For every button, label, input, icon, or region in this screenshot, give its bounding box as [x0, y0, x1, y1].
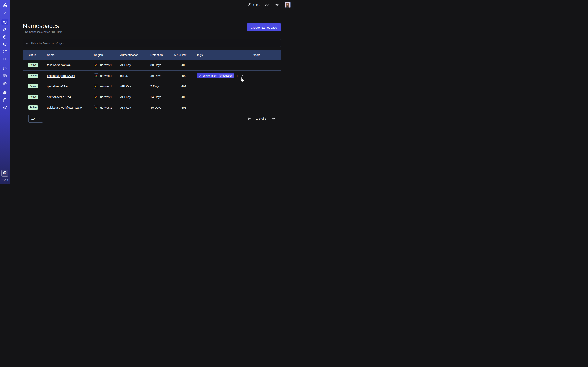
region-label: us-west1 — [100, 106, 112, 109]
aps-limit-value: 400 — [174, 63, 197, 67]
col-header-tags: Tags — [197, 53, 251, 57]
filter-input[interactable] — [23, 39, 281, 47]
next-page-button[interactable] — [271, 117, 276, 121]
retention-value: 30 Days — [150, 74, 174, 77]
kebab-menu-icon — [270, 106, 274, 109]
avatar-image — [285, 2, 290, 8]
auth-value: API Key — [120, 85, 150, 88]
gear-icon — [3, 81, 7, 85]
sidebar-item-schedules[interactable] — [0, 33, 9, 41]
arrow-left-icon — [247, 117, 251, 121]
auth-value: API Key — [120, 95, 150, 99]
aps-limit-value: 400 — [174, 85, 197, 88]
gcp-logo-icon — [94, 95, 98, 100]
sidebar-item-support[interactable] — [0, 89, 9, 96]
namespace-link[interactable]: quickstart-workflows.a27a4 — [47, 106, 83, 109]
col-header-export: Export — [251, 53, 268, 57]
table-row: Active checkout-prod.a27a4 us-west1 — [23, 70, 281, 81]
search-icon — [25, 41, 29, 45]
main: Namespaces 5 Namespaces created (100 lim… — [9, 10, 294, 124]
col-header-name: Name — [47, 53, 94, 57]
region-label: us-west1 — [100, 74, 112, 77]
namespace-link[interactable]: checkout-prod.a27a4 — [47, 74, 75, 77]
table-row: Active quickstart-workflows.a27a4 us-wes… — [23, 102, 281, 113]
tags-expand-button[interactable] — [242, 74, 245, 77]
sidebar-item-workflows[interactable] — [0, 26, 9, 33]
create-namespace-button[interactable]: Create Namespace — [247, 24, 281, 31]
export-value: — — [251, 85, 268, 88]
gcp-logo-icon — [94, 105, 98, 110]
credits-button[interactable]: $ — [1, 170, 8, 176]
auth-value: API Key — [120, 106, 150, 109]
kebab-menu-icon — [270, 85, 274, 88]
docs-book-icon — [3, 98, 7, 102]
sidebar-item-settings[interactable] — [0, 80, 9, 87]
aps-limit-value: 400 — [174, 106, 197, 109]
tag-pill[interactable]: environment production — [197, 73, 234, 78]
retention-value: 14 Days — [150, 95, 174, 99]
sidebar-item-namespaces[interactable] — [0, 18, 9, 26]
page-size-select[interactable]: 10 — [28, 115, 43, 123]
tag-key: environment — [203, 74, 217, 77]
sidebar-divider — [0, 88, 9, 88]
retention-value: 7 Days — [150, 85, 174, 88]
auth-value: mTLS — [120, 74, 150, 77]
page-subtitle: 5 Namespaces created (100 limit) — [23, 30, 62, 33]
status-badge: Active — [28, 84, 38, 89]
timezone-selector[interactable]: UTC — [248, 3, 260, 7]
sidebar-item-billing[interactable] — [0, 72, 9, 80]
region-label: us-west1 — [100, 95, 112, 99]
col-header-authentication: Authentication — [120, 53, 150, 57]
app-root: $ 2.35.1 UTC — [0, 0, 294, 184]
table-footer: 10 1-5 of 5 — [23, 113, 281, 124]
row-menu-button[interactable] — [268, 85, 277, 88]
sidebar-item-deployments[interactable] — [0, 48, 9, 55]
aps-limit-value: 400 — [174, 95, 197, 99]
retention-value: 30 Days — [150, 106, 174, 109]
gauge-icon — [3, 67, 7, 71]
namespaces-table: Status Name Region Authentication Retent… — [23, 50, 281, 124]
row-menu-button[interactable] — [268, 74, 277, 77]
credits-badge-icon: $ — [3, 171, 7, 175]
arrow-right-icon — [271, 117, 276, 121]
page-title: Namespaces — [23, 22, 62, 29]
sidebar-item-getting-started[interactable] — [0, 104, 9, 111]
sidebar-item-nexus[interactable] — [0, 41, 9, 48]
rocket-icon — [3, 105, 7, 110]
row-menu-button[interactable] — [268, 106, 277, 109]
namespace-link[interactable]: test-worker.a27a4 — [47, 63, 70, 67]
billing-card-icon — [3, 74, 7, 78]
sidebar-item-batch-operations[interactable] — [0, 55, 9, 63]
layers-icon — [3, 42, 7, 47]
status-badge: Active — [28, 95, 38, 99]
labs-toggle[interactable] — [265, 2, 270, 7]
aps-limit-value: 400 — [174, 74, 197, 77]
sun-icon — [275, 3, 279, 7]
table-row: Active sdk-failover.a27a4 us-west1 — [23, 92, 281, 102]
page-size-value: 10 — [31, 117, 35, 120]
namespace-link[interactable]: globalizer.a27a4 — [47, 85, 69, 88]
prev-page-button[interactable] — [247, 117, 251, 121]
kebab-menu-icon — [270, 63, 274, 67]
sidebar-divider — [0, 64, 9, 64]
sidebar-item-docs[interactable] — [0, 96, 9, 104]
row-menu-button[interactable] — [268, 63, 277, 67]
sidebar-item-usage[interactable] — [0, 65, 9, 72]
row-menu-button[interactable] — [268, 95, 277, 99]
col-header-retention: Retention — [150, 53, 174, 57]
region-label: us-west1 — [100, 85, 112, 88]
namespace-link[interactable]: sdk-failover.a27a4 — [47, 95, 71, 99]
sidebar: $ 2.35.1 — [0, 0, 9, 184]
kebab-menu-icon — [270, 74, 274, 77]
topbar: UTC — [9, 0, 294, 10]
table-row: Active globalizer.a27a4 us-west1 — [23, 81, 281, 92]
auth-value: API Key — [120, 63, 150, 67]
temporal-logo-icon[interactable] — [0, 1, 9, 9]
glasses-icon — [265, 2, 270, 7]
app-version: 2.35.1 — [1, 179, 8, 182]
theme-toggle[interactable] — [275, 3, 279, 7]
sidebar-expand-button[interactable] — [0, 9, 9, 17]
col-header-aps-limit: APS Limit — [174, 53, 197, 57]
chevron-down-icon — [37, 117, 40, 120]
user-avatar[interactable] — [285, 2, 291, 8]
